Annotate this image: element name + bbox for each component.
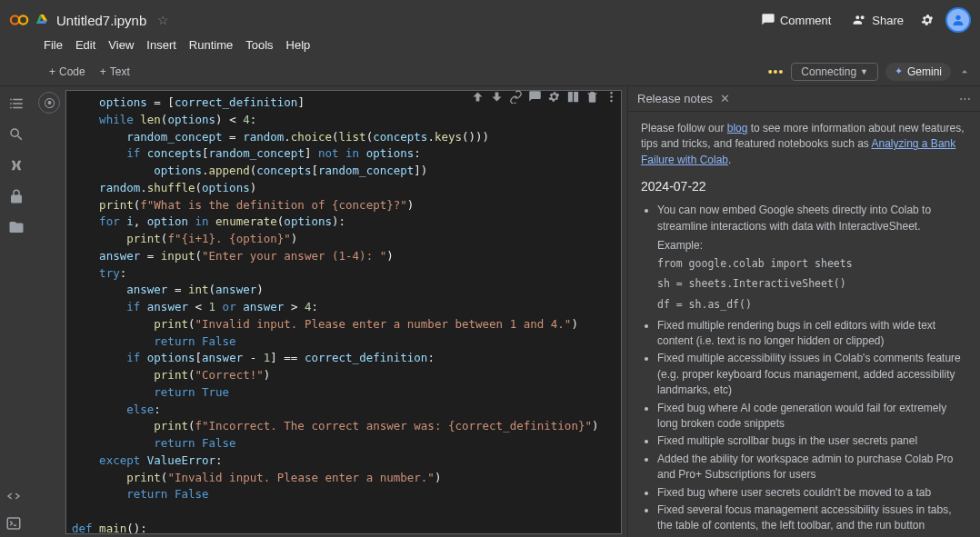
release-date: 2024-07-22 bbox=[641, 177, 967, 195]
menu-tools[interactable]: Tools bbox=[245, 38, 273, 52]
menubar: File Edit View Insert Runtime Tools Help bbox=[0, 36, 980, 57]
list-item: Fixed multiple scrollbar bugs in the use… bbox=[657, 433, 967, 449]
comment-cell-icon[interactable] bbox=[528, 90, 542, 104]
cell-toolbar bbox=[471, 90, 618, 104]
logo-group: Untitled7.ipynb ☆ bbox=[9, 10, 169, 30]
comment-icon bbox=[761, 13, 775, 27]
left-rail bbox=[0, 86, 33, 537]
panel-title: Release notes bbox=[637, 92, 713, 105]
notebook-title[interactable]: Untitled7.ipynb bbox=[56, 13, 146, 28]
list-item: Fixed bug where AI code generation would… bbox=[657, 401, 967, 433]
toolbar: + Code + Text ••• Connecting ▼ ✦Gemini bbox=[0, 57, 980, 86]
mirror-icon[interactable] bbox=[566, 90, 580, 104]
panel-more-icon[interactable]: ⋯ bbox=[959, 92, 971, 105]
release-list: You can now embed Google sheets directly… bbox=[641, 203, 967, 537]
comment-button[interactable]: Comment bbox=[755, 9, 836, 31]
editor-pane: ⦿ options = [correct_definition] while l… bbox=[33, 86, 627, 537]
more-cell-icon[interactable] bbox=[605, 90, 618, 104]
gemini-button[interactable]: ✦Gemini bbox=[885, 63, 951, 81]
settings-icon[interactable] bbox=[920, 13, 935, 27]
menu-view[interactable]: View bbox=[108, 38, 134, 52]
move-down-icon[interactable] bbox=[490, 90, 504, 104]
drive-logo-icon bbox=[35, 13, 49, 27]
svg-point-5 bbox=[610, 100, 613, 103]
list-item: Fixed multiple accessibility issues in C… bbox=[657, 351, 967, 398]
svg-point-3 bbox=[610, 92, 613, 94]
code-snippets-icon[interactable] bbox=[5, 488, 22, 504]
svg-point-2 bbox=[955, 15, 960, 20]
connect-button[interactable]: Connecting ▼ bbox=[791, 63, 878, 81]
menu-runtime[interactable]: Runtime bbox=[189, 38, 233, 52]
kernel-status-icon: ••• bbox=[768, 65, 785, 79]
secrets-icon[interactable] bbox=[8, 188, 25, 204]
star-icon[interactable]: ☆ bbox=[157, 13, 169, 27]
svg-point-4 bbox=[610, 95, 613, 98]
avatar-icon bbox=[951, 13, 965, 27]
sparkle-icon: ✦ bbox=[895, 65, 903, 77]
blog-link[interactable]: blog bbox=[727, 122, 748, 134]
close-panel-icon[interactable]: ✕ bbox=[720, 92, 730, 105]
comment-label: Comment bbox=[780, 14, 831, 27]
share-icon bbox=[853, 13, 867, 27]
link-icon[interactable] bbox=[509, 90, 523, 104]
bottom-rail bbox=[5, 488, 22, 532]
menu-edit[interactable]: Edit bbox=[75, 38, 95, 52]
colab-logo-icon bbox=[9, 10, 29, 30]
header: Untitled7.ipynb ☆ Comment Share bbox=[0, 0, 980, 36]
cell-settings-icon[interactable] bbox=[547, 90, 561, 104]
toc-icon[interactable] bbox=[8, 95, 25, 112]
variables-icon[interactable] bbox=[8, 157, 25, 174]
move-up-icon[interactable] bbox=[471, 90, 485, 104]
list-item: Fixed several focus management accessibi… bbox=[657, 502, 967, 534]
panel-body[interactable]: Please follow our blog to see more infor… bbox=[628, 112, 980, 537]
share-button[interactable]: Share bbox=[847, 9, 909, 31]
list-item: Fixed bug where user secrets couldn't be… bbox=[657, 485, 967, 501]
menu-file[interactable]: File bbox=[44, 38, 63, 52]
panel-header: Release notes ✕ ⋯ bbox=[628, 86, 980, 112]
svg-rect-6 bbox=[7, 518, 20, 529]
main: ⦿ options = [correct_definition] while l… bbox=[0, 86, 980, 537]
list-item: You can now embed Google sheets directly… bbox=[657, 203, 967, 312]
list-item: Fixed multiple rendering bugs in cell ed… bbox=[657, 318, 967, 350]
list-item: Added the ability for workspace admin to… bbox=[657, 452, 967, 483]
release-notes-panel: Release notes ✕ ⋯ Please follow our blog… bbox=[627, 86, 980, 537]
menu-help[interactable]: Help bbox=[286, 38, 311, 52]
files-icon[interactable] bbox=[8, 219, 25, 235]
terminal-icon[interactable] bbox=[5, 515, 22, 532]
add-code-button[interactable]: + Code bbox=[42, 64, 93, 80]
collapse-icon[interactable] bbox=[958, 65, 971, 78]
delete-cell-icon[interactable] bbox=[585, 90, 599, 104]
code-editor[interactable]: options = [correct_definition] while len… bbox=[65, 90, 622, 534]
svg-point-1 bbox=[19, 15, 27, 24]
add-text-button[interactable]: + Text bbox=[93, 64, 137, 80]
menu-insert[interactable]: Insert bbox=[146, 38, 176, 52]
search-icon[interactable] bbox=[8, 126, 25, 143]
run-cell-button[interactable]: ⦿ bbox=[38, 92, 60, 114]
share-label: Share bbox=[872, 14, 904, 27]
svg-point-0 bbox=[11, 15, 19, 24]
user-avatar[interactable] bbox=[945, 7, 971, 33]
